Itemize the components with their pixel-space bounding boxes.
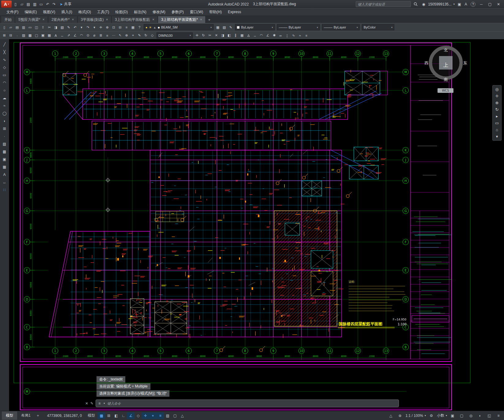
view-controls-icon[interactable]: ▭: [495, 121, 499, 125]
ellipse-arc-tool[interactable]: ◗: [1, 118, 8, 124]
undo-options-icon[interactable]: ▾: [78, 24, 85, 31]
continue-dimension-icon[interactable]: ⋯: [111, 32, 117, 39]
units-control[interactable]: 小数▾: [437, 413, 447, 418]
menu-item-7[interactable]: 标注(N): [131, 9, 149, 16]
open-folder-icon[interactable]: ▱: [8, 24, 14, 31]
close-tab-icon[interactable]: ✕: [72, 18, 74, 21]
new-file-icon[interactable]: ▯: [1, 24, 7, 31]
infer-constraints-toggle[interactable]: ◧: [112, 412, 120, 419]
dimension-update-icon[interactable]: ↻: [143, 32, 149, 39]
break-icon[interactable]: ¦: [284, 32, 290, 39]
menu-item-8[interactable]: 修改(M): [150, 9, 168, 16]
gradient-icon[interactable]: ▩: [27, 32, 33, 39]
linear-dimension-icon[interactable]: ↔: [59, 32, 65, 39]
save-icon[interactable]: ▤: [25, 1, 32, 8]
menu-item-3[interactable]: 插入(I): [59, 9, 75, 16]
tool-palettes-tool[interactable]: ∷: [1, 187, 8, 193]
app-menu-button[interactable]: A ▾: [1, 1, 12, 8]
diameter-dimension-icon[interactable]: ⌀: [91, 32, 97, 39]
linetype-dropdown[interactable]: ———ByLayer▾: [277, 24, 320, 30]
close-button[interactable]: ✕: [494, 0, 503, 8]
command-edit-icon[interactable]: ✎: [90, 401, 93, 406]
close-tab-icon[interactable]: ✕: [152, 18, 155, 21]
ortho-mode-toggle[interactable]: ∟: [120, 412, 127, 419]
chevron-down-icon[interactable]: ▾: [272, 26, 273, 29]
copy-object-icon[interactable]: ◨: [220, 32, 226, 39]
menu-item-10[interactable]: 窗口(W): [187, 9, 206, 16]
arc-dimension-icon[interactable]: ◠: [78, 32, 85, 39]
revision-cloud-tool[interactable]: ☁: [1, 95, 8, 101]
move-icon[interactable]: ✛: [194, 32, 200, 39]
insert-block-icon[interactable]: ⊞: [1, 32, 7, 39]
command-close-icon[interactable]: ✕: [85, 401, 88, 406]
menu-item-4[interactable]: 格式(O): [76, 9, 94, 16]
table-icon[interactable]: ▦: [46, 32, 52, 39]
close-tab-icon[interactable]: ✕: [42, 18, 45, 21]
command-input-bar[interactable]: ≡ ▾: [96, 399, 399, 407]
model-space-canvas[interactable]: 1122334455667788991010111112121313MMLLKK…: [9, 39, 504, 411]
lineweight-dropdown[interactable]: ———ByLayer▾: [322, 24, 360, 30]
annotation-scale-control[interactable]: 1:1 / 100%▾: [406, 414, 426, 418]
undo-icon[interactable]: ↶: [44, 1, 51, 8]
zoom-extents-icon[interactable]: ⊕: [495, 100, 499, 105]
match-layer-icon[interactable]: ✎: [228, 24, 234, 31]
layer-properties-icon[interactable]: ▦: [215, 24, 221, 31]
color-dropdown[interactable]: ByLayer▾: [235, 24, 275, 30]
menu-item-9[interactable]: 参数(P): [169, 9, 187, 16]
menu-item-1[interactable]: 编辑(E): [22, 9, 40, 16]
maximize-button[interactable]: ▢: [486, 0, 494, 8]
boundary-icon[interactable]: ▢: [33, 32, 40, 39]
copy-icon[interactable]: ◨: [53, 24, 59, 31]
help-search-box[interactable]: [356, 1, 411, 7]
explode-icon[interactable]: ✱: [271, 32, 277, 39]
share-button[interactable]: ➤ 共享: [60, 2, 71, 7]
pan-icon[interactable]: ✛: [98, 24, 104, 31]
doc-tab-4[interactable]: 3上部结构平面板配筋✕: [112, 16, 158, 23]
doc-tab-5[interactable]: 3上部结构平面梁配筋*✕: [158, 16, 206, 23]
hardware-acceleration-button[interactable]: ◐: [476, 412, 484, 419]
angular-dimension-icon[interactable]: ∠: [72, 32, 78, 39]
spline-edit-icon[interactable]: ≈: [297, 32, 303, 39]
dimension-edit-icon[interactable]: ✎: [136, 32, 142, 39]
selection-cycling-toggle[interactable]: ▢: [171, 412, 179, 419]
autodesk-app-menu-icon[interactable]: A: [463, 1, 469, 8]
zoom-realtime-icon[interactable]: ⊕: [104, 24, 110, 31]
multileader-icon[interactable]: ↖: [117, 32, 123, 39]
annotation-autoscale-button[interactable]: ⊕: [396, 412, 404, 419]
menu-item-5[interactable]: 工具(T): [94, 9, 112, 16]
home-view-icon[interactable]: ⌂: [496, 127, 498, 132]
grid-display-toggle[interactable]: ▦: [98, 412, 105, 419]
trim-icon[interactable]: ✂: [207, 32, 213, 39]
join-icon[interactable]: ∞: [278, 32, 284, 39]
isolate-objects-button[interactable]: ◎: [467, 412, 475, 419]
chamfer-icon[interactable]: ∠: [265, 32, 271, 39]
layout-tab-1[interactable]: 布局1: [17, 411, 35, 420]
multiline-text-icon[interactable]: A: [53, 32, 59, 39]
show-motion-icon[interactable]: ▸: [496, 114, 498, 119]
new-layout-button[interactable]: +: [35, 412, 41, 419]
doc-tab-2[interactable]: 2竖向构件*✕: [48, 16, 78, 23]
snap-mode-toggle[interactable]: ⊞: [105, 412, 112, 419]
line-tool[interactable]: ╱: [1, 41, 8, 48]
search-input[interactable]: [358, 2, 409, 6]
menu-item-11[interactable]: 帮助(H): [207, 9, 225, 16]
navigation-settings-icon[interactable]: ▾: [496, 134, 498, 139]
stretch-icon[interactable]: ↔: [252, 32, 258, 39]
annotation-scale-sync-button[interactable]: ▣: [449, 412, 456, 419]
mirror-icon[interactable]: ◧: [226, 32, 232, 39]
lineweight-display-toggle[interactable]: ≡: [157, 412, 164, 419]
menu-item-12[interactable]: Express: [225, 9, 244, 15]
plot-icon[interactable]: ▭: [38, 1, 44, 8]
hatch-tool[interactable]: ▨: [1, 141, 8, 147]
arc-tool[interactable]: ◠: [1, 79, 8, 86]
new-tab-button[interactable]: +: [206, 16, 213, 23]
redo-icon[interactable]: ↷: [85, 24, 91, 31]
object-snap-tracking-toggle[interactable]: ✛: [142, 412, 149, 419]
insert-block-tool[interactable]: ⊞: [1, 125, 8, 132]
chevron-down-icon[interactable]: ▾: [210, 26, 212, 29]
polyline-tool[interactable]: ∿: [1, 56, 8, 63]
chevron-down-icon[interactable]: ▾: [190, 34, 191, 37]
spline-tool[interactable]: ≈: [1, 102, 8, 109]
transparency-toggle[interactable]: ▨: [164, 412, 171, 419]
full-navigation-wheel-icon[interactable]: ◎: [495, 87, 498, 92]
